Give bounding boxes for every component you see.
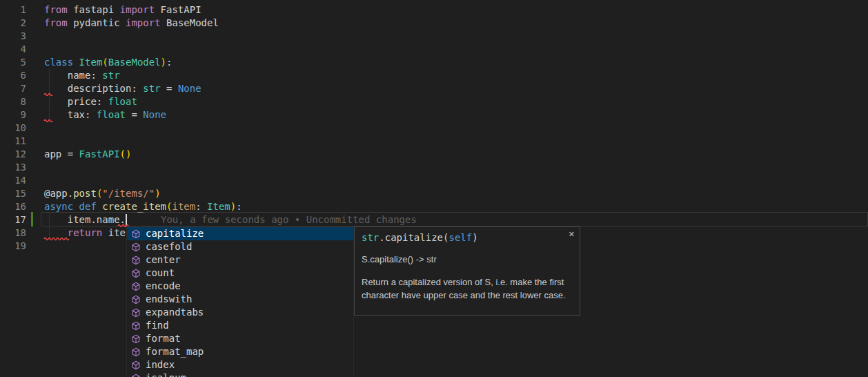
gutter-modified-indicator [31, 212, 33, 226]
suggest-item-format[interactable]: format [127, 332, 353, 345]
code-token: async [44, 201, 73, 212]
error-squiggle [44, 93, 51, 96]
line-number: 2 [0, 17, 26, 30]
code-token: ) [230, 201, 236, 212]
suggest-item-label: find [146, 319, 169, 332]
line-number: 8 [0, 95, 26, 108]
suggest-item-label: capitalize [146, 227, 204, 240]
code-line-7[interactable]: 7 description: str = None [0, 82, 868, 95]
code-token: item [172, 201, 195, 212]
suggest-docs-body: S.capitalize() -> str Return a capitaliz… [355, 244, 580, 302]
suggest-item-encode[interactable]: encode [127, 280, 353, 293]
code-token: BaseModel [161, 17, 219, 28]
code-token: ( [102, 57, 108, 68]
code-token: def [79, 201, 97, 212]
code-token: price: [44, 96, 108, 107]
suggest-docs-description: Return a capitalized version of S, i.e. … [362, 276, 573, 302]
suggest-item-index[interactable]: index [127, 358, 353, 371]
code-token: FastAPI [155, 4, 201, 15]
code-token: ite [102, 227, 126, 238]
code-token: tax: [44, 109, 97, 120]
code-line-12[interactable]: 12app = FastAPI() [0, 148, 868, 161]
suggest-item-label: isalnum [146, 371, 186, 377]
code-line-5[interactable]: 5class Item(BaseModel): [0, 56, 868, 69]
code-line-15[interactable]: 15@app.post("/items/") [0, 187, 868, 200]
code-line-9[interactable]: 9 tax: float = None [0, 108, 868, 122]
method-icon [131, 373, 142, 377]
suggest-item-isalnum[interactable]: isalnum [127, 371, 353, 377]
line-number: 16 [0, 200, 26, 213]
close-icon[interactable]: ✕ [569, 231, 575, 238]
code-line-11[interactable]: 11 [0, 135, 868, 148]
code-token: float [97, 109, 126, 120]
code-token: from [44, 4, 68, 15]
suggest-item-label: casefold [146, 240, 192, 253]
suggest-item-count[interactable]: count [127, 267, 353, 280]
git-blame-annotation: You, a few seconds ago • Uncommitted cha… [161, 213, 417, 226]
suggest-item-label: index [146, 358, 175, 371]
code-token: class [44, 57, 73, 68]
method-icon [131, 307, 142, 318]
code-token: ) [472, 232, 477, 243]
code-line-6[interactable]: 6 name: str [0, 69, 868, 82]
suggest-item-capitalize[interactable]: capitalize [127, 227, 353, 240]
code-line-14[interactable]: 14 [0, 174, 868, 187]
code-token: ) [155, 188, 160, 199]
code-token: () [120, 148, 132, 160]
suggest-docs-return-line: S.capitalize() -> str [362, 253, 573, 266]
suggest-item-label: center [146, 253, 181, 267]
code-token: import [120, 4, 155, 15]
line-number: 7 [0, 82, 26, 95]
code-editor[interactable]: 1from fastapi import FastAPI2from pydant… [0, 0, 868, 377]
code-line-4[interactable]: 4 [0, 43, 868, 56]
line-number: 14 [0, 174, 26, 187]
suggest-item-label: format [146, 332, 181, 345]
method-icon [131, 360, 142, 371]
line-number: 10 [0, 122, 26, 135]
code-token: create_item [102, 201, 166, 212]
method-icon [131, 281, 142, 292]
code-token: ) [161, 57, 166, 68]
suggest-widget: capitalizecasefoldcentercountencodeendsw… [126, 226, 354, 377]
code-token: : [166, 57, 172, 68]
method-icon [131, 229, 142, 240]
suggest-item-find[interactable]: find [127, 319, 353, 332]
code-token: = [161, 83, 178, 94]
suggest-docs-panel: str.capitalize(self) ✕ S.capitalize() ->… [354, 226, 580, 316]
code-token: return [68, 227, 103, 238]
suggest-item-label: count [146, 267, 175, 280]
code-line-3[interactable]: 3 [0, 30, 868, 43]
code-line-8[interactable]: 8 price: float [0, 95, 868, 108]
suggest-item-endswith[interactable]: endswith [127, 293, 353, 306]
suggest-item-expandtabs[interactable]: expandtabs [127, 306, 353, 319]
code-token [73, 201, 79, 212]
code-token: import [126, 17, 161, 28]
code-token: @app. [44, 188, 73, 199]
code-token: BaseModel [108, 57, 161, 68]
code-token: name: [44, 70, 102, 81]
code-line-1[interactable]: 1from fastapi import FastAPI [0, 3, 868, 17]
code-token: : [195, 201, 207, 212]
code-line-2[interactable]: 2from pydantic import BaseModel [0, 17, 868, 30]
suggest-docs-signature: str.capitalize(self) [355, 227, 580, 244]
line-number: 13 [0, 161, 26, 174]
line-number: 11 [0, 135, 26, 148]
code-line-10[interactable]: 10 [0, 122, 868, 135]
method-icon [131, 320, 142, 331]
code-token: post [73, 188, 97, 199]
code-line-17[interactable]: 17 item.name. [0, 213, 868, 226]
method-icon [131, 294, 142, 305]
line-number: 6 [0, 69, 26, 82]
suggest-item-center[interactable]: center [127, 253, 353, 267]
code-line-13[interactable]: 13 [0, 161, 868, 174]
line-number: 19 [0, 240, 26, 253]
code-token: from [44, 17, 68, 28]
suggest-item-casefold[interactable]: casefold [127, 240, 353, 253]
code-token: FastAPI [79, 148, 120, 160]
code-token: .capitalize( [379, 232, 448, 243]
suggest-item-format_map[interactable]: format_map [127, 345, 353, 358]
code-token: description: [44, 83, 143, 94]
code-token: "/items/" [102, 188, 155, 199]
code-line-16[interactable]: 16async def create_item(item: Item): [0, 200, 868, 213]
code-token: : [236, 201, 241, 212]
